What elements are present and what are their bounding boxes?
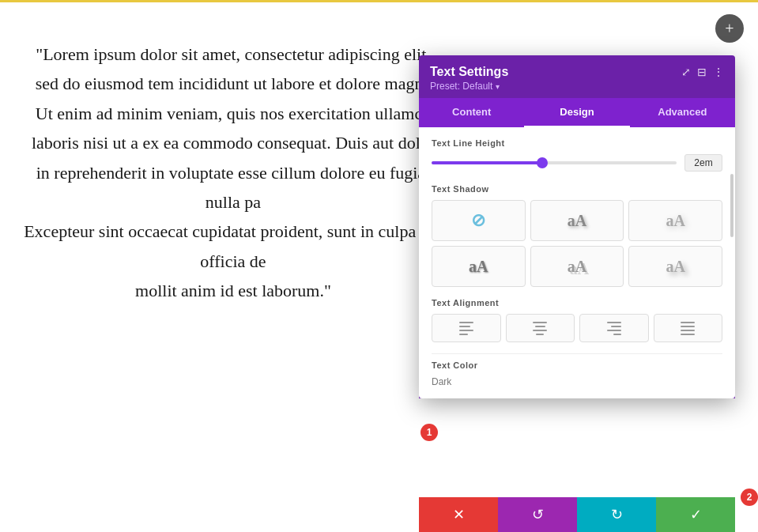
align-center-icon <box>533 322 547 335</box>
slider-track[interactable] <box>432 161 677 164</box>
shadow-none[interactable]: ⊘ <box>432 200 526 241</box>
shadow-option-3[interactable]: aA <box>432 246 526 287</box>
shadow-grid: ⊘ aA aA aA aA aA <box>432 200 722 287</box>
align-left[interactable] <box>432 314 501 342</box>
cancel-button[interactable]: ✕ <box>419 497 498 532</box>
slider-row: 2em <box>432 154 722 172</box>
align-justify-icon <box>681 322 695 335</box>
text-color-label: Text Color <box>432 360 722 370</box>
slider-fill <box>432 161 542 164</box>
tab-design[interactable]: Design <box>524 98 629 127</box>
align-center[interactable] <box>506 314 575 342</box>
shadow-option-1[interactable]: aA <box>530 200 624 241</box>
slider-thumb[interactable] <box>537 157 548 168</box>
badge-2: 2 <box>741 489 758 506</box>
redo-button[interactable]: ↻ <box>577 497 656 532</box>
text-color-value: Dark <box>432 376 722 387</box>
tab-content[interactable]: Content <box>419 98 524 127</box>
undo-button[interactable]: ↺ <box>498 497 577 532</box>
panel-header: Text Settings ⤢ ⊟ ⋮ <box>419 55 735 79</box>
panel-title: Text Settings <box>430 65 508 79</box>
no-shadow-icon: ⊘ <box>471 210 485 231</box>
align-right-icon <box>607 322 621 335</box>
more-icon[interactable]: ⋮ <box>713 66 724 79</box>
top-border <box>0 0 758 2</box>
add-button[interactable]: + <box>715 14 744 43</box>
panel-body: Text Line Height 2em Text Shadow ⊘ aA aA… <box>419 127 735 398</box>
shadow-option-4[interactable]: aA <box>530 246 624 287</box>
save-button[interactable]: ✓ <box>656 497 735 532</box>
panel-icon-group: ⤢ ⊟ ⋮ <box>681 66 724 79</box>
panel-scrollbar[interactable] <box>730 174 733 237</box>
tab-advanced[interactable]: Advanced <box>630 98 735 127</box>
text-color-section: Text Color Dark <box>432 353 722 387</box>
align-grid <box>432 314 722 342</box>
shadow-option-2[interactable]: aA <box>628 200 722 241</box>
text-line-height-label: Text Line Height <box>432 138 722 148</box>
text-shadow-label: Text Shadow <box>432 184 722 194</box>
main-content: "Lorem ipsum dolor sit amet, consectetur… <box>0 0 758 532</box>
lorem-text: "Lorem ipsum dolor sit amet, consectetur… <box>24 16 443 306</box>
settings-panel: Text Settings ⤢ ⊟ ⋮ Preset: Default Cont… <box>419 55 735 398</box>
badge-1: 1 <box>420 424 438 441</box>
align-right[interactable] <box>579 314 649 342</box>
text-alignment-label: Text Alignment <box>432 298 722 308</box>
preset-label[interactable]: Preset: Default <box>419 79 735 98</box>
action-bar: ✕ ↺ ↻ ✓ <box>419 497 735 532</box>
columns-icon[interactable]: ⊟ <box>697 66 707 79</box>
shadow-option-5[interactable]: aA <box>628 246 722 287</box>
panel-tabs: Content Design Advanced <box>419 98 735 127</box>
slider-value[interactable]: 2em <box>684 154 722 172</box>
expand-icon[interactable]: ⤢ <box>681 66 691 79</box>
align-left-icon <box>459 322 473 335</box>
align-justify[interactable] <box>654 314 723 342</box>
